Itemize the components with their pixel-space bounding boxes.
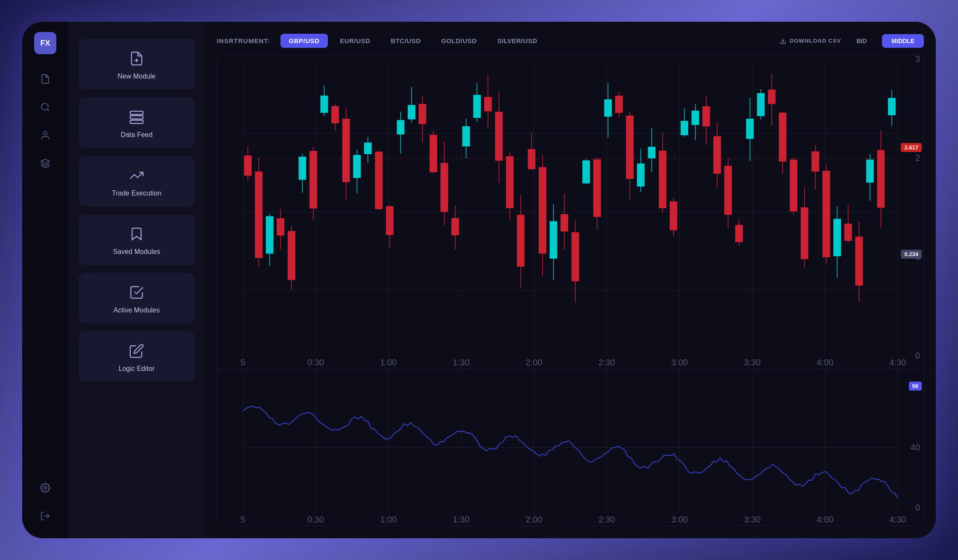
new-module-icon xyxy=(129,51,144,68)
trade-execution-icon xyxy=(129,168,144,185)
instrument-bar: INSRTRUMENT: GBP/USD EUR/USD BTC/USD GOL… xyxy=(217,34,924,48)
saved-modules-icon xyxy=(129,226,144,244)
tab-btc-usd[interactable]: BTC/USD xyxy=(382,34,429,48)
settings-icon[interactable] xyxy=(36,478,55,497)
logic-editor-label: Logic Editor xyxy=(119,365,155,373)
tab-gbp-usd[interactable]: GBP/USD xyxy=(280,34,328,48)
oscillator-chart: 56 xyxy=(217,369,923,526)
nav-sidebar: New Module Data Feed Trade Execution xyxy=(68,22,205,538)
nav-item-saved-modules[interactable]: Saved Modules xyxy=(79,214,195,265)
tab-eur-usd[interactable]: EUR/USD xyxy=(331,34,379,48)
nav-item-active-modules[interactable]: Active Modules xyxy=(79,273,195,324)
nav-item-new-module[interactable]: New Module xyxy=(79,39,195,90)
download-csv-button[interactable]: DOWNLOAD CSV xyxy=(780,38,841,44)
svg-line-1 xyxy=(47,109,49,111)
logo: FX xyxy=(34,32,56,54)
oscillator-value-label: 56 xyxy=(909,382,922,391)
data-feed-icon xyxy=(129,109,144,127)
saved-modules-label: Saved Modules xyxy=(113,248,160,256)
svg-point-2 xyxy=(44,131,47,135)
download-csv-label: DOWNLOAD CSV xyxy=(790,38,841,44)
bid-button[interactable]: BID xyxy=(848,34,875,48)
nav-item-trade-execution[interactable]: Trade Execution xyxy=(79,156,195,207)
price-low-label: 0.234 xyxy=(901,250,922,259)
icon-sidebar: FX xyxy=(22,22,68,538)
active-modules-icon xyxy=(129,285,144,302)
tab-gold-usd[interactable]: GOLD/USD xyxy=(433,34,485,48)
logout-icon[interactable] xyxy=(36,507,55,525)
person-icon[interactable] xyxy=(36,126,55,145)
instrument-label: INSRTRUMENT: xyxy=(217,37,270,44)
svg-rect-10 xyxy=(130,120,143,124)
svg-rect-8 xyxy=(130,111,143,115)
file-icon[interactable] xyxy=(36,70,55,88)
svg-rect-9 xyxy=(130,116,143,119)
logic-editor-icon xyxy=(129,343,144,361)
device-frame: FX xyxy=(22,22,936,538)
instrument-tabs: GBP/USD EUR/USD BTC/USD GOLD/USD SILVER/… xyxy=(280,34,546,48)
active-modules-label: Active Modules xyxy=(114,306,160,314)
svg-point-0 xyxy=(41,103,48,110)
svg-point-4 xyxy=(44,487,47,489)
price-high-label: 2.617 xyxy=(901,143,922,152)
svg-marker-3 xyxy=(41,159,50,163)
nav-item-logic-editor[interactable]: Logic Editor xyxy=(79,331,195,382)
data-feed-label: Data Feed xyxy=(121,131,153,139)
chart-container: 2.617 0.234 56 xyxy=(217,55,924,526)
layers-icon[interactable] xyxy=(36,154,55,173)
tab-silver-usd[interactable]: SILVER/USD xyxy=(489,34,546,48)
main-content: INSRTRUMENT: GBP/USD EUR/USD BTC/USD GOL… xyxy=(205,22,936,538)
middle-button[interactable]: MIDDLE xyxy=(882,34,924,48)
trade-execution-label: Trade Execution xyxy=(112,190,161,197)
nav-item-data-feed[interactable]: Data Feed xyxy=(79,97,195,148)
instrument-bar-right: DOWNLOAD CSV BID MIDDLE xyxy=(780,34,924,48)
search-document-icon[interactable] xyxy=(36,98,55,117)
candlestick-chart: 2.617 0.234 xyxy=(217,55,923,369)
new-module-label: New Module xyxy=(118,73,156,80)
